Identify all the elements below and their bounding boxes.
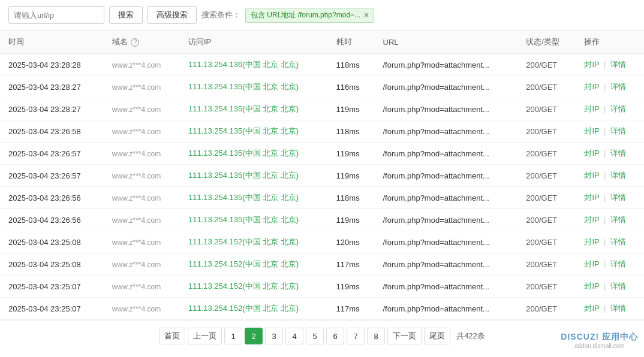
cell-ip: 111.13.254.135(中国 北京 北京) — [180, 76, 328, 98]
page-btn-7[interactable]: 7 — [347, 328, 365, 344]
detail-link[interactable]: 详情 — [610, 82, 626, 91]
table-row: 2025-03-04 23:28:27 www.z***4.com 111.13… — [0, 98, 644, 120]
table-row: 2025-03-04 23:25:08 www.z***4.com 111.13… — [0, 231, 644, 253]
cell-url: /forum.php?mod=attachment... — [375, 253, 518, 276]
cell-ip: 111.13.254.152(中国 北京 北京) — [180, 231, 328, 253]
cell-url: /forum.php?mod=attachment... — [375, 76, 518, 98]
page-btn-3[interactable]: 3 — [265, 328, 283, 344]
col-url: URL — [375, 31, 518, 54]
advanced-search-button[interactable]: 高级搜索 — [148, 6, 197, 24]
action-separator: | — [604, 82, 606, 91]
page-last-btn[interactable]: 尾页 — [424, 328, 450, 344]
page-btn-6[interactable]: 6 — [326, 328, 344, 344]
table-row: 2025-03-04 23:28:27 www.z***4.com 111.13… — [0, 76, 644, 98]
detail-link[interactable]: 详情 — [610, 193, 626, 202]
cell-domain: www.z***4.com — [104, 143, 180, 165]
cell-url: /forum.php?mod=attachment... — [375, 54, 518, 76]
block-ip-link[interactable]: 封IP — [584, 149, 599, 158]
cell-time: 2025-03-04 23:26:58 — [0, 120, 104, 143]
cell-status: 200/GET — [517, 298, 576, 320]
block-ip-link[interactable]: 封IP — [584, 126, 599, 135]
domain-help-icon[interactable]: ? — [131, 38, 139, 47]
detail-link[interactable]: 详情 — [610, 237, 626, 246]
cell-status: 200/GET — [517, 120, 576, 143]
cell-domain: www.z***4.com — [104, 276, 180, 298]
cell-action: 封IP | 详情 — [576, 165, 644, 187]
block-ip-link[interactable]: 封IP — [584, 237, 599, 246]
cell-time: 2025-03-04 23:26:57 — [0, 143, 104, 165]
cell-time: 2025-03-04 23:26:57 — [0, 165, 104, 187]
page-first-btn[interactable]: 首页 — [159, 328, 185, 344]
cell-domain: www.z***4.com — [104, 231, 180, 253]
cell-url: /forum.php?mod=attachment... — [375, 143, 518, 165]
cell-duration: 117ms — [328, 298, 375, 320]
cell-status: 200/GET — [517, 54, 576, 76]
cell-time: 2025-03-04 23:25:08 — [0, 231, 104, 253]
cell-action: 封IP | 详情 — [576, 120, 644, 143]
cell-action: 封IP | 详情 — [576, 276, 644, 298]
detail-link[interactable]: 详情 — [610, 304, 626, 313]
table-header-row: 时间 域名 ? 访问IP 耗时 URL 状态/类型 操作 — [0, 31, 644, 54]
page-btn-8[interactable]: 8 — [367, 328, 385, 344]
page-total: 共422条 — [456, 331, 485, 341]
action-separator: | — [604, 282, 606, 291]
table-row: 2025-03-04 23:26:57 www.z***4.com 111.13… — [0, 143, 644, 165]
search-button[interactable]: 搜索 — [109, 6, 143, 24]
cell-duration: 118ms — [328, 120, 375, 143]
block-ip-link[interactable]: 封IP — [584, 82, 599, 91]
detail-link[interactable]: 详情 — [610, 215, 626, 224]
page-btn-4[interactable]: 4 — [285, 328, 303, 344]
block-ip-link[interactable]: 封IP — [584, 104, 599, 113]
block-ip-link[interactable]: 封IP — [584, 259, 599, 268]
cell-url: /forum.php?mod=attachment... — [375, 209, 518, 231]
cell-action: 封IP | 详情 — [576, 187, 644, 209]
cell-status: 200/GET — [517, 253, 576, 276]
cell-time: 2025-03-04 23:28:27 — [0, 98, 104, 120]
detail-link[interactable]: 详情 — [610, 126, 626, 135]
page-next-btn[interactable]: 下一页 — [387, 328, 422, 344]
cell-status: 200/GET — [517, 187, 576, 209]
detail-link[interactable]: 详情 — [610, 282, 626, 291]
block-ip-link[interactable]: 封IP — [584, 60, 599, 69]
block-ip-link[interactable]: 封IP — [584, 304, 599, 313]
page-prev-btn[interactable]: 上一页 — [188, 328, 222, 344]
cell-status: 200/GET — [517, 165, 576, 187]
block-ip-link[interactable]: 封IP — [584, 215, 599, 224]
detail-link[interactable]: 详情 — [610, 259, 626, 268]
cell-duration: 119ms — [328, 98, 375, 120]
cell-action: 封IP | 详情 — [576, 231, 644, 253]
cell-duration: 118ms — [328, 54, 375, 76]
table-row: 2025-03-04 23:26:56 www.z***4.com 111.13… — [0, 209, 644, 231]
url-input[interactable] — [8, 6, 104, 24]
block-ip-link[interactable]: 封IP — [584, 282, 599, 291]
cell-ip: 111.13.254.135(中国 北京 北京) — [180, 165, 328, 187]
cell-action: 封IP | 详情 — [576, 298, 644, 320]
detail-link[interactable]: 详情 — [610, 104, 626, 113]
cell-duration: 119ms — [328, 276, 375, 298]
block-ip-link[interactable]: 封IP — [584, 193, 599, 202]
cell-status: 200/GET — [517, 98, 576, 120]
cell-ip: 111.13.254.135(中国 北京 北京) — [180, 187, 328, 209]
cell-duration: 119ms — [328, 165, 375, 187]
cell-duration: 118ms — [328, 187, 375, 209]
detail-link[interactable]: 详情 — [610, 171, 626, 180]
tag-close-button[interactable]: × — [364, 11, 369, 19]
cell-ip: 111.13.254.135(中国 北京 北京) — [180, 209, 328, 231]
table-row: 2025-03-04 23:25:08 www.z***4.com 111.13… — [0, 253, 644, 276]
cell-duration: 117ms — [328, 253, 375, 276]
col-ip: 访问IP — [180, 31, 328, 54]
block-ip-link[interactable]: 封IP — [584, 171, 599, 180]
cell-action: 封IP | 详情 — [576, 253, 644, 276]
page-btn-5[interactable]: 5 — [306, 328, 324, 344]
page-btn-2[interactable]: 2 — [245, 328, 263, 344]
page-btn-1[interactable]: 1 — [224, 328, 242, 344]
detail-link[interactable]: 详情 — [610, 149, 626, 158]
cell-ip: 111.13.254.152(中国 北京 北京) — [180, 298, 328, 320]
detail-link[interactable]: 详情 — [610, 60, 626, 69]
cell-action: 封IP | 详情 — [576, 54, 644, 76]
action-separator: | — [604, 149, 606, 158]
watermark-bottom-text: addon.dismall.com — [561, 343, 638, 349]
table-row: 2025-03-04 23:26:58 www.z***4.com 111.13… — [0, 120, 644, 143]
log-table: 时间 域名 ? 访问IP 耗时 URL 状态/类型 操作 2025-03-04 … — [0, 31, 644, 320]
cell-status: 200/GET — [517, 231, 576, 253]
